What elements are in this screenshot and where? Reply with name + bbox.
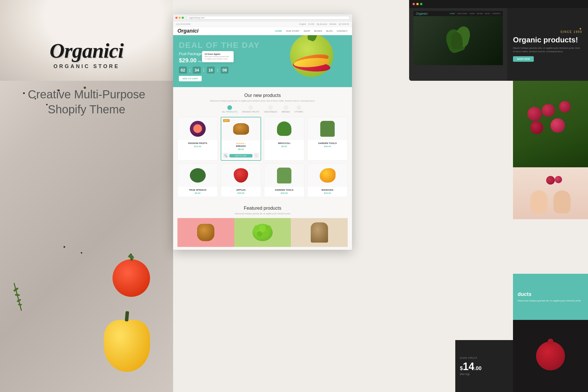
mango-img xyxy=(308,164,347,187)
since-badge: ★ SINCE 1990 xyxy=(513,27,582,33)
bread-info: ★★★★☆ BREADS $8.00 xyxy=(221,140,261,153)
phone-number: (11) 00-00-0000 xyxy=(176,23,190,25)
left-panel: Organici ORGANIC STORE Creative Multi-Pu… xyxy=(0,0,173,392)
filter-all-label: ALL PRODUCTS xyxy=(222,111,237,113)
logo-area: Organici ORGANIC STORE Creative Multi-Pu… xyxy=(17,40,156,117)
bread-name: BREADS xyxy=(224,145,258,147)
sep-3: : xyxy=(217,68,218,72)
account-link[interactable]: My Account xyxy=(317,23,327,25)
product-breads: HOT ★★★★☆ BREADS $8.00 🔍 ADD TO CART ♡ xyxy=(221,117,261,161)
product-grid-row2: TRUE SPINACH $6.00 APPLES $25.00 xyxy=(177,164,348,197)
bread-price: $8.00 xyxy=(224,148,258,151)
dark-blog-link: BLOG xyxy=(485,13,490,14)
apple-name: APPLES xyxy=(223,189,259,191)
pom-crown xyxy=(548,339,553,344)
apple-visual xyxy=(234,168,248,183)
apple-info: APPLES $25.00 xyxy=(221,187,261,197)
passion-label: SION FRUIT xyxy=(460,357,508,359)
nav-story[interactable]: OUR STORY xyxy=(286,30,299,32)
countdown-secs: 16 xyxy=(207,67,215,74)
search-action[interactable]: 🔍 xyxy=(223,153,228,158)
mango-info: MANGOES $16.00 xyxy=(308,187,347,197)
cart-link[interactable]: 🛒 $149.00 xyxy=(339,23,349,25)
filter-fruits[interactable]: ORGANIC FRUITS xyxy=(242,105,259,113)
mango-price: $16.00 xyxy=(310,192,345,194)
dark-mini-nav: Organici HOME OUR STORY SHOP BOXES BLOG … xyxy=(413,11,503,16)
shop-now-button[interactable]: SHOP NOW xyxy=(513,56,534,62)
broccoli-info: BROCCOLI $8.00 xyxy=(264,140,304,150)
heart-action[interactable]: ♡ xyxy=(254,153,259,158)
dark-mockup: Organici HOME OUR STORY SHOP BOXES BLOG … xyxy=(409,0,588,81)
currency-selector[interactable]: $ USD xyxy=(308,23,314,25)
passion-price: $14.00 xyxy=(460,361,508,373)
filter-bread[interactable]: BREADS xyxy=(282,105,290,113)
apple-img xyxy=(221,164,261,187)
spinach-info: TRUE SPINACH $6.00 xyxy=(178,187,218,197)
filter-tabs: ALL PRODUCTS ORGANIC FRUITS VEGETABLES B… xyxy=(177,105,348,113)
product-garden-tools-2: GARDEN TOOLS $40.00 xyxy=(264,164,304,197)
featured-title: Featured products xyxy=(177,206,348,211)
filter-veg[interactable]: VEGETABLES xyxy=(264,105,277,113)
store-logo: Organici xyxy=(177,28,199,34)
nav-boxes[interactable]: BOXES xyxy=(314,30,322,32)
garden-price: $36.00 xyxy=(310,145,345,148)
broccoli-visual xyxy=(277,121,291,136)
wishlist-link[interactable]: Wishlist xyxy=(329,23,336,25)
utility-right: English $ USD My Account Wishlist 🛒 $149… xyxy=(299,23,349,25)
brand-logo: Organici xyxy=(17,40,156,61)
filter-all[interactable]: ALL PRODUCTS xyxy=(222,105,237,113)
promo-content: ducts Maecenas tristique gravida elit, e… xyxy=(513,274,588,320)
green-promo: ducts Maecenas tristique gravida elit, e… xyxy=(513,274,588,320)
new-products-section: Our new products Maecenas tristique grav… xyxy=(173,87,352,250)
cherry-1 xyxy=(527,107,542,121)
nav-blog[interactable]: BLOG xyxy=(326,30,333,32)
cherry-visual xyxy=(513,81,588,167)
section-title: Our new products xyxy=(177,93,348,98)
dark-mini-links: HOME OUR STORY SHOP BOXES BLOG CONTACT xyxy=(450,13,501,14)
passion-fruit-img xyxy=(178,117,218,140)
apple-price: $25.00 xyxy=(223,192,259,194)
countdown-mins: 34 xyxy=(193,67,201,74)
store-type: ORGANIC STORE xyxy=(17,63,156,70)
hero-fruit xyxy=(286,35,343,87)
broccoli-price: $8.00 xyxy=(267,145,302,148)
deal-text: DEAL OF THE DAY xyxy=(179,41,260,50)
add-to-cart-bread[interactable]: ADD TO CART xyxy=(229,154,252,157)
browser-controls xyxy=(175,17,184,19)
filter-other[interactable]: OTHERS xyxy=(295,105,303,113)
price-value: $29.00 xyxy=(179,57,196,63)
cherry-section xyxy=(513,81,588,167)
sep-2: : xyxy=(203,68,205,72)
language-selector[interactable]: English xyxy=(299,23,306,25)
deal-title: DEAL OF THE DAY xyxy=(179,41,260,49)
fruits-icon xyxy=(248,105,253,110)
product-passion-fruits: PASSION FRUITS $12.00 xyxy=(177,117,218,161)
browser-bar: organicishop.com xyxy=(173,14,352,21)
product-spinach: TRUE SPINACH $6.00 xyxy=(177,164,218,197)
dark-plant-image xyxy=(413,16,503,65)
browser-close xyxy=(175,17,177,19)
dark-boxes-link: BOXES xyxy=(477,13,483,14)
cherry-bunch xyxy=(522,95,579,153)
add-to-cart-button[interactable]: ADD TO CART xyxy=(179,76,202,81)
yellow-pepper xyxy=(104,320,156,378)
hands-visual xyxy=(513,167,588,219)
garden2-visual xyxy=(277,168,291,183)
decimal: .00 xyxy=(474,365,482,371)
cherry-4 xyxy=(530,121,543,134)
filter-bread-label: BREADS xyxy=(282,111,290,113)
window-controls xyxy=(413,3,422,5)
close-dot xyxy=(413,3,415,5)
browser-url: organicishop.com xyxy=(187,16,350,20)
nav-contact[interactable]: CONTACT xyxy=(337,30,348,32)
dark-contact-link: CONTACT xyxy=(492,13,501,14)
spinach-name: TRUE SPINACH xyxy=(180,189,215,191)
dark-mini-logo: Organici xyxy=(416,12,428,15)
featured-desc: Maecenas tristique gravida elit, et sagi… xyxy=(177,213,348,215)
dark-store-area: Organici HOME OUR STORY SHOP BOXES BLOG … xyxy=(409,8,507,81)
browser-max xyxy=(182,17,184,19)
passion-price-section: SION FRUIT $14.00 (Per Kg) xyxy=(455,340,513,392)
nav-shop[interactable]: SHOP xyxy=(304,30,310,32)
product-broccoli: BROCCOLI $8.00 xyxy=(264,117,304,161)
nav-home[interactable]: HOME xyxy=(275,30,282,32)
